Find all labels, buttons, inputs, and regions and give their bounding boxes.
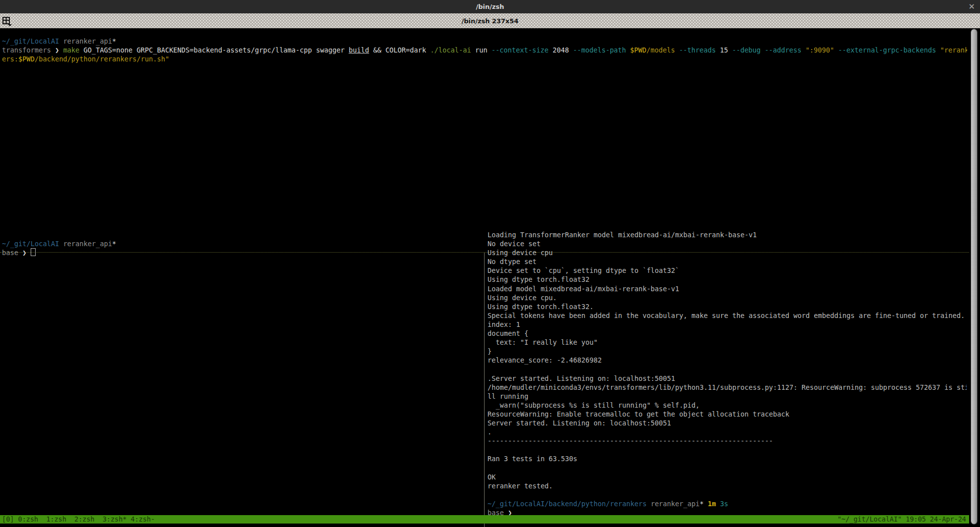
terminal-line: OK — [488, 473, 967, 481]
session-status: "~/_git/LocalAI" 19:05 24-Apr-24 — [837, 515, 969, 524]
scrollbar-thumb[interactable] — [971, 29, 977, 524]
terminal-line: transformers ❯ make GO_TAGS=none GRPC_BA… — [2, 46, 967, 54]
title-bar: /bin/zsh × — [0, 0, 980, 13]
window-list[interactable]: [0] 0:zsh 1:zsh 2:zsh 3:zsh* 4:zsh- — [0, 515, 155, 524]
tab-title[interactable]: /bin/zsh 237x54 — [461, 17, 518, 25]
terminal-line: Loading TransformerRanker model mixedbre… — [488, 230, 967, 239]
terminal-line: Using device cpu — [488, 248, 967, 257]
terminal-line: Using dtype torch.float32. — [488, 302, 967, 311]
terminal-line: document { — [488, 329, 967, 338]
terminal-line: /home/mudler/miniconda3/envs/transformer… — [488, 383, 967, 392]
terminal-line: ~/_git/LocalAI reranker_api* — [2, 37, 967, 46]
terminal-line: Loaded model mixedbread-ai/mxbai-rerank-… — [488, 284, 967, 293]
terminal-line: Device set to `cpu`, setting dtype to `f… — [488, 266, 967, 275]
pane-bottom-left[interactable]: ~/_git/LocalAI reranker_api*base ❯ — [2, 239, 477, 257]
terminal-line — [488, 365, 967, 373]
pane-border-vertical[interactable] — [484, 253, 485, 527]
terminal-line — [488, 445, 967, 454]
terminal-line: .Server started. Listening on: localhost… — [488, 374, 967, 383]
terminal-line: reranker tested. — [488, 481, 967, 490]
terminal-window: /bin/zsh × /bin/zsh 237x54 ~/_git/LocalA… — [0, 0, 980, 527]
close-icon[interactable]: × — [969, 1, 975, 11]
pane-top[interactable]: ~/_git/LocalAI reranker_api*transformers… — [2, 37, 967, 63]
window-menu-icon[interactable] — [2, 16, 13, 27]
terminal-line: . — [488, 427, 967, 436]
tab-bar: /bin/zsh 237x54 — [0, 13, 980, 28]
terminal-line: Using dtype torch.float32 — [488, 275, 967, 284]
terminal-line: ~/_git/LocalAI/backend/python/rerankers … — [488, 499, 967, 508]
terminal-line: relevance_score: -2.46826982 — [488, 356, 967, 365]
terminal-line: No device set — [488, 239, 967, 248]
terminal-line: Special tokens have been added in the vo… — [488, 311, 967, 320]
terminal-line: _warn("subprocess %s is still running" %… — [488, 401, 967, 410]
terminal-line: ll running — [488, 392, 967, 401]
terminal-line: ers:$PWD/backend/python/rerankers/run.sh… — [2, 54, 967, 63]
terminal-line: ~/_git/LocalAI reranker_api* — [2, 239, 477, 248]
terminal-line — [488, 463, 967, 472]
terminal-line: Ran 3 tests in 63.530s — [488, 454, 967, 463]
terminal-line: } — [488, 347, 967, 356]
terminal-line: Using device cpu. — [488, 293, 967, 302]
terminal-line: text: "I really like you" — [488, 338, 967, 347]
window-title: /bin/zsh — [476, 3, 504, 10]
terminal-line — [488, 490, 967, 499]
terminal-line: Server started. Listening on: localhost:… — [488, 419, 967, 427]
terminal-area: ~/_git/LocalAI reranker_api*transformers… — [0, 28, 980, 527]
terminal-line: base ❯ — [2, 248, 477, 257]
terminal-line: ----------------------------------------… — [488, 436, 967, 445]
terminal-line: ResourceWarning: Enable tracemalloc to g… — [488, 410, 967, 419]
pane-bottom-right[interactable]: Loading TransformerRanker model mixedbre… — [488, 230, 967, 517]
tmux-status-bar: [0] 0:zsh 1:zsh 2:zsh 3:zsh* 4:zsh- "~/_… — [0, 515, 969, 524]
terminal-line: No dtype set — [488, 257, 967, 266]
terminal-line: index: 1 — [488, 320, 967, 329]
